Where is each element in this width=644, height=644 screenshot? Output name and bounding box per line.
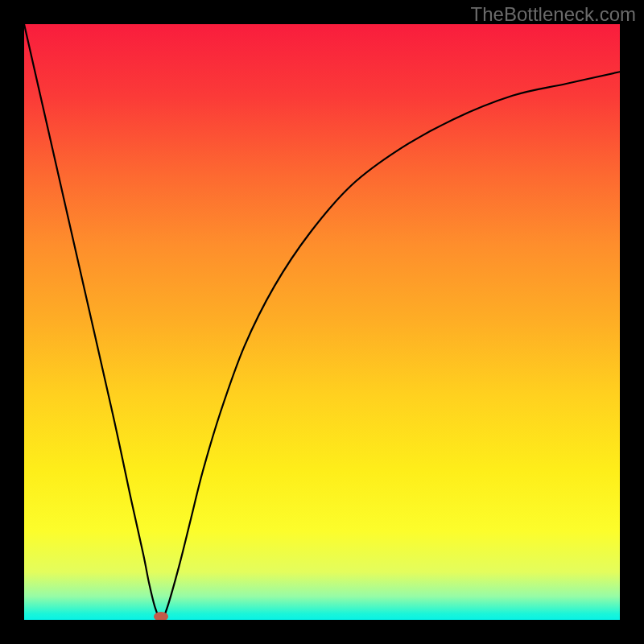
minimum-marker bbox=[154, 612, 168, 620]
chart-container: TheBottleneck.com bbox=[0, 0, 644, 644]
plot-area bbox=[24, 24, 620, 620]
bottleneck-curve bbox=[24, 24, 620, 620]
watermark-text: TheBottleneck.com bbox=[471, 3, 636, 26]
curve-svg bbox=[24, 24, 620, 620]
